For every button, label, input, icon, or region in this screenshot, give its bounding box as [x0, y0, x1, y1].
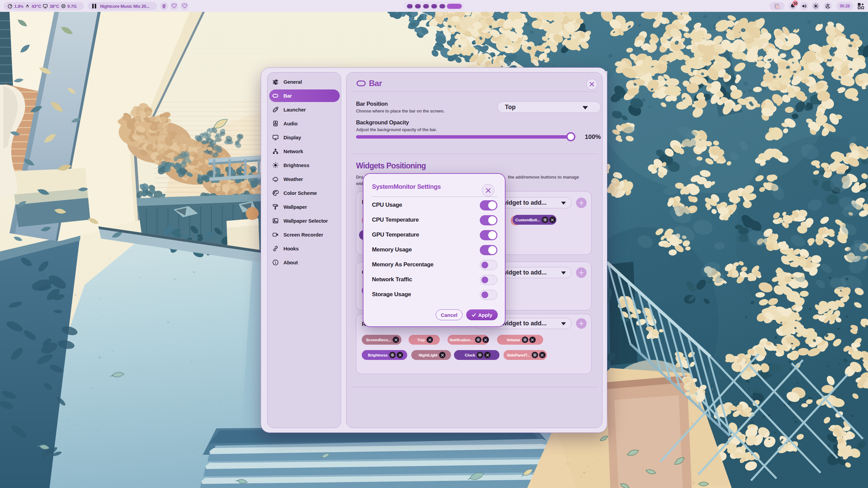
svg-text:C: C — [777, 5, 779, 8]
